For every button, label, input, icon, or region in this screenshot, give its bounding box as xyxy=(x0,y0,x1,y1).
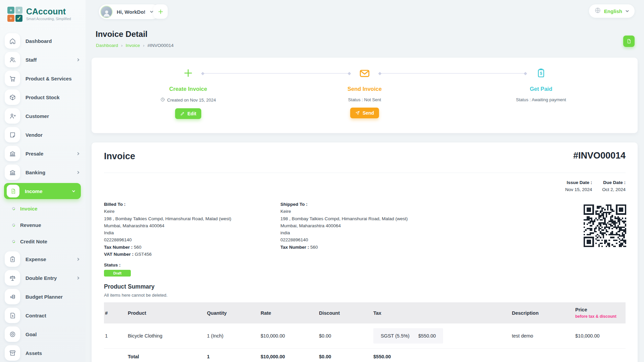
sidebar-item-presale[interactable]: Presale xyxy=(0,144,86,163)
archive-icon xyxy=(5,345,20,361)
step-get-paid: $ Get Paid Status : Awaiting payment xyxy=(487,58,595,102)
sidebar-item-label: Product Stock xyxy=(25,95,60,100)
shipped-to-address1: 198 , Bombay Talkies Compd, Himanshurai … xyxy=(280,215,408,222)
chevron-down-icon xyxy=(625,9,629,13)
cart-icon xyxy=(5,71,20,86)
shipped-to-tax: Tax Number : 560 xyxy=(280,244,408,251)
language-selector[interactable]: English xyxy=(589,4,635,18)
sidebar-item-contract[interactable]: $ Contract xyxy=(0,306,86,325)
invoice-dates: Issue Date : Nov 15, 2024 Due Date : Oct… xyxy=(565,180,626,192)
cube-icon xyxy=(5,89,20,105)
sidebar-item-double-entry[interactable]: Double Entry xyxy=(0,268,86,287)
breadcrumb-dashboard[interactable]: Dashboard xyxy=(96,43,118,48)
table-row: 1 Bicycle Clothing 1 (Inch) $10,000.00 $… xyxy=(104,323,626,349)
sidebar-item-dashboard[interactable]: Dashboard xyxy=(0,32,86,50)
col-num: # xyxy=(104,310,127,316)
avatar xyxy=(100,6,113,18)
brand-logo: + × ÷ ✓ CAccount Smart Accounting, Simpl… xyxy=(0,0,86,24)
step-create-invoice: Create Invoice Created on Nov 15, 2024 E… xyxy=(135,58,242,119)
sidebar-item-vendor[interactable]: Vendor xyxy=(0,125,86,144)
invoice-icon xyxy=(7,185,19,197)
qr-code xyxy=(584,204,626,247)
receipt-dollar-icon: $ xyxy=(487,58,595,80)
send-invoice-button[interactable]: Send xyxy=(350,108,379,118)
vat-number-value: GST456 xyxy=(133,252,152,257)
breadcrumb-invoice[interactable]: Invoice xyxy=(125,43,140,48)
step-info-text: Created on Nov 15, 2024 xyxy=(167,98,216,103)
sidebar-subitem-credit-note[interactable]: Credit Note xyxy=(0,233,86,250)
user-greeting: Hi, WorkDo! xyxy=(117,9,146,15)
chevron-right-icon xyxy=(76,152,80,156)
bank-icon xyxy=(5,146,20,161)
billed-to-address1: 198 , Bombay Talkies Compd, Himanshurai … xyxy=(104,215,231,222)
due-date: Due Date : Oct 2, 2024 xyxy=(602,180,626,192)
sidebar-item-label: Goal xyxy=(25,331,37,337)
shipped-to-name: Keire xyxy=(280,208,408,215)
tax-number-label: Tax Number : xyxy=(280,245,309,250)
svg-text:$: $ xyxy=(10,296,12,299)
sidebar-item-goal[interactable]: Goal xyxy=(0,325,86,344)
billed-to-tax: Tax Number : 560 xyxy=(104,244,231,251)
sidebar-item-label: Staff xyxy=(25,57,37,63)
sidebar-item-customer[interactable]: Customer xyxy=(0,107,86,125)
invoice-heading: Invoice xyxy=(104,151,135,162)
sidebar-subitem-label: Revenue xyxy=(20,222,41,228)
invoice-number: #INVO00014 xyxy=(573,150,626,161)
main-area: Hi, WorkDo! English Invoice Detail Dashb… xyxy=(86,0,644,362)
edit-button-label: Edit xyxy=(187,111,196,116)
step-title: Send Invoice xyxy=(311,86,418,92)
chevron-right-icon xyxy=(76,276,80,280)
sidebar-item-banking[interactable]: Banking xyxy=(0,163,86,182)
product-summary-note: All items here cannot be deleted. xyxy=(104,293,167,298)
app-root: + × ÷ ✓ CAccount Smart Accounting, Simpl… xyxy=(0,0,644,362)
row-product: Bicycle Clothing xyxy=(127,333,206,339)
shipped-to-phone: 02228896140 xyxy=(280,236,408,243)
add-button[interactable] xyxy=(153,4,168,19)
sidebar-item-budget-planner[interactable]: $ Budget Planner xyxy=(0,287,86,306)
shipped-to-address2: Mumbai, Maharashtra 400064 xyxy=(280,222,408,229)
sidebar-item-income[interactable]: Income xyxy=(4,183,81,199)
step-info: Status : Not Sent xyxy=(311,97,418,102)
breadcrumb-current: #INVO00014 xyxy=(148,43,174,48)
status-badge: Draft xyxy=(104,270,131,277)
tax-name: SGST (5.5%) xyxy=(381,333,410,339)
sidebar-item-expense[interactable]: $ Expense xyxy=(0,250,86,268)
sidebar-item-label: Customer xyxy=(25,113,49,119)
col-quantity: Quantity xyxy=(206,310,260,316)
step-info: Status : Awaiting payment xyxy=(487,97,595,102)
page-title: Invoice Detail xyxy=(96,29,148,39)
sidebar-item-product-services[interactable]: Product & Services xyxy=(0,69,86,88)
sidebar: + × ÷ ✓ CAccount Smart Accounting, Simpl… xyxy=(0,0,86,362)
col-price: Price before tax & discount xyxy=(574,307,626,319)
tax-number-value: 560 xyxy=(132,245,141,250)
sidebar-item-label: Double Entry xyxy=(25,275,57,281)
billed-to-address2: Mumbai, Maharashtra 400064 xyxy=(104,222,231,229)
user-menu[interactable]: Hi, WorkDo! xyxy=(99,4,160,19)
scales-icon xyxy=(5,270,20,286)
tax-detail-box: SGST (5.5%) $550.00 xyxy=(373,328,443,344)
sidebar-subitem-revenue[interactable]: Revenue xyxy=(0,217,86,233)
billed-to-phone: 02228896140 xyxy=(104,236,231,243)
row-rate: $10,000.00 xyxy=(260,333,318,339)
sidebar-subitem-label: Credit Note xyxy=(20,239,47,244)
sidebar-item-label: Banking xyxy=(25,170,45,175)
sidebar-subitem-invoice[interactable]: Invoice xyxy=(0,200,86,217)
sidebar-item-label: Assets xyxy=(25,350,42,356)
table-header: # Product Quantity Rate Discount Tax Des… xyxy=(104,302,626,323)
sidebar-item-assets[interactable]: Assets xyxy=(0,344,86,362)
sidebar-item-product-stock[interactable]: Product Stock xyxy=(0,88,86,107)
price-header-note: before tax & discount xyxy=(575,314,626,319)
issue-date: Issue Date : Nov 15, 2024 xyxy=(565,180,592,192)
shipped-to-country: india xyxy=(280,229,408,236)
col-description: Description xyxy=(511,310,574,316)
duplicate-invoice-button[interactable] xyxy=(623,36,635,47)
row-quantity: 1 (Inch) xyxy=(206,333,260,339)
plus-tile-icon: + xyxy=(7,7,14,14)
brand-text: CAccount Smart Accounting, Simplified xyxy=(26,7,71,21)
tax-number-value: 560 xyxy=(309,245,318,250)
user-plus-icon xyxy=(5,108,20,124)
edit-invoice-button[interactable]: Edit xyxy=(175,108,201,119)
svg-text:$: $ xyxy=(12,314,13,317)
shipped-to-label: Shipped To : xyxy=(280,201,408,208)
sidebar-item-staff[interactable]: Staff xyxy=(0,50,86,69)
